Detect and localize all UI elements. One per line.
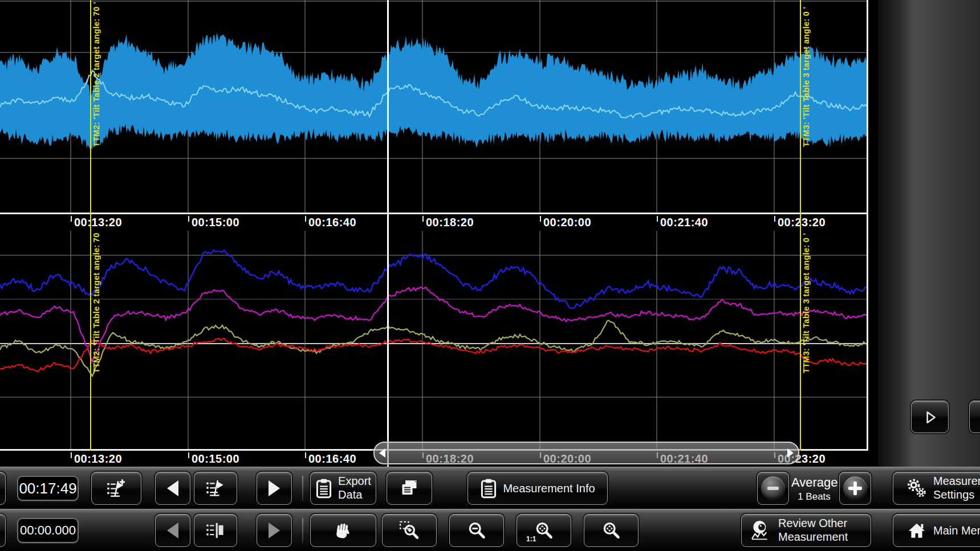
- trend-lines-chart[interactable]: [0, 231, 868, 449]
- next-marker-button[interactable]: [257, 472, 292, 505]
- chart-right-border: [867, 0, 868, 451]
- time-tick: [422, 216, 424, 222]
- left-arrow-icon: [167, 523, 178, 538]
- hand-icon: [334, 521, 353, 540]
- time-tick-label: 00:15:00: [192, 216, 239, 229]
- event-marker-line-2[interactable]: [800, 0, 801, 451]
- time-tick: [657, 216, 658, 222]
- trend-series-2: [0, 287, 867, 361]
- zoom-fit-icon: [601, 520, 621, 541]
- cut-off-button-left-1[interactable]: [0, 472, 6, 505]
- zoom-fit-button[interactable]: [584, 514, 639, 547]
- time-tick: [774, 216, 775, 222]
- settings-label-line2: Settings: [933, 488, 974, 502]
- clipboard-icon: [480, 478, 497, 499]
- zoom-out-button[interactable]: [449, 514, 504, 547]
- play-button[interactable]: [911, 401, 949, 433]
- main-menu-button[interactable]: Main Menu: [893, 514, 980, 547]
- event-marker-label-1-top: TTM2: 'Tilt Table 2 target angle: 70 ': [92, 0, 103, 147]
- printer-icon: [399, 479, 420, 498]
- time-tick-label: 00:18:20: [426, 216, 474, 229]
- time-cursor[interactable]: [387, 0, 389, 467]
- left-arrow-icon: [167, 480, 178, 496]
- time-tick: [305, 216, 306, 222]
- average-value: 1: [798, 491, 803, 502]
- pan-tool-button[interactable]: [310, 514, 376, 547]
- right-arrow-icon: [269, 523, 280, 538]
- top-time-axis: 00:13:2000:15:0000:16:4000:18:2000:20:00…: [0, 213, 868, 231]
- time-tick-label: 00:20:00: [543, 216, 591, 229]
- marker-list-button[interactable]: [194, 472, 237, 505]
- play-icon: [922, 410, 938, 425]
- time-tick-label: 00:15:00: [192, 452, 239, 466]
- step-forward-button[interactable]: [257, 514, 292, 547]
- toolbar-separator: [302, 476, 303, 501]
- average-setting: Average 1 Beats: [791, 475, 837, 503]
- measurement-settings-button[interactable]: Measurement Settings: [893, 472, 980, 505]
- time-tick-label: 00:16:40: [308, 216, 356, 229]
- channel-values-panel: [878, 0, 980, 467]
- time-tick: [188, 216, 189, 222]
- cut-off-button-right[interactable]: [969, 401, 980, 433]
- trend-series-1: [0, 250, 867, 308]
- pressure-waveform-chart[interactable]: [0, 0, 868, 213]
- horizontal-scrollbar[interactable]: [373, 442, 799, 464]
- time-tick-label: 00:21:40: [660, 216, 708, 229]
- toolbar-review: 00:17:49: [0, 467, 980, 509]
- cursor-time-display: 00:17:49: [17, 476, 79, 501]
- snap-to-section-button[interactable]: [194, 514, 237, 547]
- review-other-measurement-button[interactable]: Review Other Measurement: [741, 514, 871, 547]
- measurement-info-button[interactable]: Measurement Info: [467, 472, 608, 505]
- chart-area: 00:13:2000:15:0000:16:4000:18:2000:20:00…: [0, 0, 885, 467]
- time-tick-label: 00:13:20: [74, 452, 122, 466]
- toolbar-separator: [302, 518, 303, 543]
- settings-label-line1: Measurement: [933, 475, 980, 488]
- time-tick: [540, 216, 541, 222]
- home-icon: [906, 520, 928, 541]
- time-tick-label: 00:13:20: [74, 216, 122, 229]
- review-label-line1: Review Other: [778, 517, 847, 530]
- event-marker-label-2-top: TTM3: 'Tilt Table 3 target angle: 0 ': [802, 0, 813, 147]
- time-tick: [188, 452, 189, 458]
- average-increase-button[interactable]: [839, 472, 871, 505]
- zoom-selection-button[interactable]: [382, 514, 437, 547]
- step-back-button[interactable]: [155, 514, 190, 547]
- scrollbar-left-arrow[interactable]: [379, 448, 385, 458]
- time-tick: [305, 452, 306, 458]
- marker-list-icon: [206, 479, 225, 498]
- zoom-selection-icon: [399, 520, 420, 541]
- minus-icon: [761, 476, 785, 500]
- export-data-button[interactable]: Export Data: [310, 472, 376, 505]
- average-unit: Beats: [806, 491, 830, 502]
- app-window: 00:13:2000:15:0000:16:4000:18:2000:20:00…: [0, 0, 980, 551]
- time-tick: [71, 216, 72, 222]
- export-label-line2: Data: [338, 488, 362, 502]
- event-marker-label-1-bottom: TTM2: 'Tilt Table 2 target angle: 70 ': [92, 231, 103, 373]
- eye-waveform-icon: [750, 520, 772, 541]
- measurement-info-label: Measurement Info: [503, 482, 595, 495]
- scrollbar-right-arrow[interactable]: [787, 448, 794, 458]
- previous-marker-button[interactable]: [155, 472, 190, 505]
- toolbar-navigation: 00:00.000: [0, 509, 980, 551]
- zoom-actual-size-button[interactable]: 1:1: [517, 514, 571, 547]
- add-marker-button[interactable]: [91, 472, 141, 505]
- cursor-time-value: 00:17:49: [19, 480, 76, 497]
- average-decrease-button[interactable]: [757, 472, 789, 505]
- elapsed-time-value: 00:00.000: [20, 523, 76, 538]
- pressure-band: [0, 32, 868, 149]
- print-button[interactable]: [387, 472, 432, 505]
- elapsed-time-display: 00:00.000: [17, 518, 79, 543]
- main-menu-label: Main Menu: [933, 524, 980, 537]
- review-label-line2: Measurement: [778, 530, 848, 544]
- section-list-icon: [206, 521, 225, 540]
- zoom-one-to-one-icon: [534, 520, 554, 541]
- average-label: Average: [791, 475, 837, 490]
- cut-off-button-left-2[interactable]: [0, 514, 6, 547]
- time-tick: [71, 452, 72, 458]
- plus-icon: [843, 476, 867, 500]
- clipboard-icon: [315, 478, 332, 499]
- export-label-line1: Export: [338, 475, 371, 488]
- time-tick-label: 00:16:40: [308, 452, 356, 466]
- event-marker-label-2-bottom: TTM3: 'Tilt Table 3 target angle: 0 ': [802, 231, 813, 373]
- event-marker-line-1[interactable]: [90, 0, 91, 451]
